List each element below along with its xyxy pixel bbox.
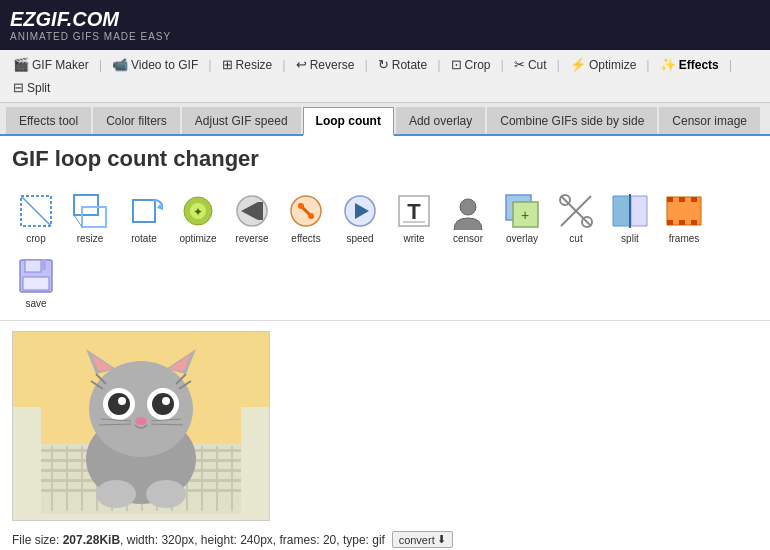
content-area: File size: 207.28KiB, width: 320px, heig… [0, 321, 770, 550]
tab-adjust-gif-speed[interactable]: Adjust GIF speed [182, 107, 301, 134]
toolbar: cropresizerotate✦optimizereverseeffectss… [0, 180, 770, 321]
tool-speed[interactable]: speed [334, 186, 386, 249]
cut-icon [556, 191, 596, 231]
resize-label: resize [77, 233, 104, 244]
tool-reverse[interactable]: reverse [226, 186, 278, 249]
preview-area [12, 331, 758, 521]
svg-rect-33 [679, 197, 685, 202]
svg-point-16 [308, 213, 314, 219]
nav-item-optimize[interactable]: ⚡Optimize [563, 54, 643, 75]
overlay-icon: + [502, 191, 542, 231]
svg-point-74 [108, 393, 130, 415]
page-title: GIF loop count changer [0, 136, 770, 180]
speed-label: speed [346, 233, 373, 244]
nav-icon: ✨ [660, 57, 676, 72]
tool-effects[interactable]: effects [280, 186, 332, 249]
nav-item-rotate[interactable]: ↻Rotate [371, 54, 434, 75]
top-navigation: 🎬GIF Maker|📹Video to GIF|⊞Resize|↩Revers… [0, 50, 770, 103]
write-label: write [403, 233, 424, 244]
nav-separator: | [282, 57, 285, 72]
tool-crop[interactable]: crop [10, 186, 62, 249]
svg-text:T: T [407, 199, 421, 224]
crop-label: crop [26, 233, 45, 244]
save-label: save [25, 298, 46, 309]
tab-censor-image[interactable]: Censor image [659, 107, 760, 134]
nav-icon: 📹 [112, 57, 128, 72]
nav-item-crop[interactable]: ⊡Crop [444, 54, 498, 75]
svg-rect-37 [691, 220, 697, 225]
nav-item-cut[interactable]: ✂Cut [507, 54, 554, 75]
tool-split[interactable]: split [604, 186, 656, 249]
effects-label: effects [291, 233, 320, 244]
nav-item-effects[interactable]: ✨Effects [653, 54, 726, 75]
tab-color-filters[interactable]: Color filters [93, 107, 180, 134]
height-value: 240px [240, 533, 273, 547]
frames-label: frames [669, 233, 700, 244]
nav-item-video-to-gif[interactable]: 📹Video to GIF [105, 54, 205, 75]
svg-rect-35 [667, 220, 673, 225]
svg-rect-60 [216, 446, 218, 511]
censor-icon [448, 191, 488, 231]
overlay-label: overlay [506, 233, 538, 244]
file-size-label: File size: [12, 533, 63, 547]
nav-item-resize[interactable]: ⊞Resize [215, 54, 280, 75]
tab-effects-tool[interactable]: Effects tool [6, 107, 91, 134]
convert-button[interactable]: convert ⬇ [392, 531, 453, 548]
svg-rect-49 [51, 446, 53, 511]
frames-icon [664, 191, 704, 231]
svg-rect-51 [81, 446, 83, 511]
cat-illustration [41, 339, 241, 514]
nav-icon: ↻ [378, 57, 389, 72]
header: EZGIF.COM ANIMATED GIFS MADE EASY [0, 0, 770, 50]
nav-separator: | [364, 57, 367, 72]
rotate-icon [124, 191, 164, 231]
nav-icon: ⊞ [222, 57, 233, 72]
tool-frames[interactable]: frames [658, 186, 710, 249]
frames-value: 20 [323, 533, 336, 547]
svg-point-22 [460, 199, 476, 215]
tool-overlay[interactable]: +overlay [496, 186, 548, 249]
reverse-label: reverse [235, 233, 268, 244]
svg-point-83 [96, 480, 136, 508]
tool-resize[interactable]: resize [64, 186, 116, 249]
tool-save[interactable]: save [10, 251, 62, 314]
convert-label: convert [399, 534, 435, 546]
speed-icon [340, 191, 380, 231]
nav-icon: ✂ [514, 57, 525, 72]
svg-rect-39 [25, 260, 41, 272]
tool-censor[interactable]: censor [442, 186, 494, 249]
type-label: , type: [336, 533, 372, 547]
nav-icon: ⊟ [13, 80, 24, 95]
file-size-value: 207.28KiB [63, 533, 120, 547]
width-value: 320px [161, 533, 194, 547]
nav-icon: ⚡ [570, 57, 586, 72]
svg-rect-59 [201, 446, 203, 511]
reverse-icon [232, 191, 272, 231]
nav-item-split[interactable]: ⊟Split [6, 77, 57, 98]
cut-label: cut [569, 233, 582, 244]
svg-point-78 [135, 417, 147, 425]
nav-item-gif-maker[interactable]: 🎬GIF Maker [6, 54, 96, 75]
nav-separator: | [501, 57, 504, 72]
svg-rect-50 [66, 446, 68, 511]
tool-rotate[interactable]: rotate [118, 186, 170, 249]
svg-rect-12 [258, 202, 263, 220]
logo-tagline: ANIMATED GIFS MADE EASY [10, 31, 171, 42]
svg-rect-34 [691, 197, 697, 202]
tool-optimize[interactable]: ✦optimize [172, 186, 224, 249]
tab-loop-count[interactable]: Loop count [303, 107, 394, 136]
save-icon [16, 256, 56, 296]
nav-item-reverse[interactable]: ↩Reverse [289, 54, 362, 75]
nav-separator: | [437, 57, 440, 72]
tab-combine-gifs-side-by-side[interactable]: Combine GIFs side by side [487, 107, 657, 134]
tool-cut[interactable]: cut [550, 186, 602, 249]
svg-rect-32 [667, 197, 673, 202]
tool-write[interactable]: Twrite [388, 186, 440, 249]
svg-rect-36 [679, 220, 685, 225]
svg-line-1 [21, 196, 51, 226]
svg-rect-5 [133, 200, 155, 222]
tab-add-overlay[interactable]: Add overlay [396, 107, 485, 134]
nav-separator: | [557, 57, 560, 72]
type-value: gif [372, 533, 385, 547]
svg-point-84 [146, 480, 186, 508]
